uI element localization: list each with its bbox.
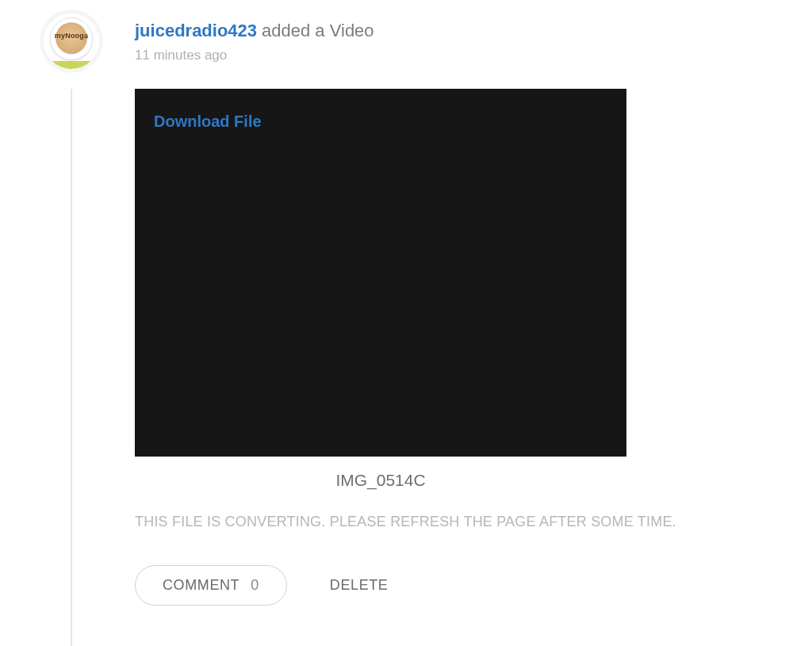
- comment-button[interactable]: COMMENT 0: [135, 565, 287, 606]
- post-item: myNooga juicedradio423added a Video 11 m…: [0, 10, 812, 606]
- converting-status-message: THIS FILE IS CONVERTING. PLEASE REFRESH …: [135, 514, 812, 530]
- post-action-text: added a Video: [262, 21, 374, 40]
- username-link[interactable]: juicedradio423: [135, 21, 257, 40]
- post-headline: juicedradio423added a Video: [135, 21, 812, 41]
- avatar-caption: myNooga: [55, 32, 88, 40]
- delete-button[interactable]: DELETE: [330, 577, 389, 594]
- avatar-image: myNooga: [44, 13, 99, 69]
- avatar[interactable]: myNooga: [40, 10, 103, 73]
- post-body: juicedradio423added a Video 11 minutes a…: [135, 10, 812, 606]
- download-file-link[interactable]: Download File: [154, 113, 262, 131]
- post-timestamp: 11 minutes ago: [135, 48, 812, 63]
- comment-count: 0: [251, 577, 259, 594]
- post-actions: COMMENT 0 DELETE: [135, 565, 812, 606]
- video-filename: IMG_0514C: [135, 471, 626, 490]
- comment-label: COMMENT: [163, 577, 239, 594]
- timeline-rail: [71, 89, 72, 646]
- video-player[interactable]: Download File: [135, 89, 626, 457]
